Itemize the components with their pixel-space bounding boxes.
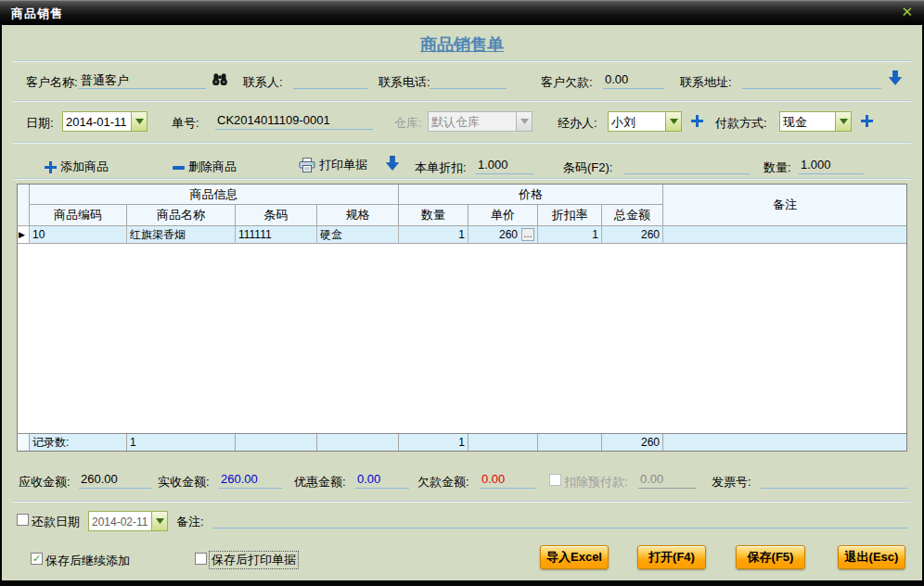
- close-icon[interactable]: ✕: [901, 4, 913, 20]
- footer-record-count: 1: [127, 434, 236, 451]
- barcode-field[interactable]: [624, 158, 750, 174]
- save-print-label: 保存后打印单据: [209, 551, 299, 569]
- footer-amount-total: 260: [602, 434, 663, 451]
- print-receipt-button[interactable]: 打印单据: [299, 157, 367, 173]
- invoice-number-field[interactable]: [761, 472, 907, 489]
- address-label: 联系地址:: [680, 74, 732, 91]
- separator: [13, 60, 911, 62]
- payment-method-label: 付款方式:: [715, 115, 767, 132]
- print-options-down-arrow-icon[interactable]: [386, 156, 399, 171]
- window-title: 商品销售: [11, 6, 63, 22]
- footer-empty-cell: [538, 434, 602, 451]
- column-header-qty[interactable]: 数量: [399, 205, 468, 226]
- received-label: 实收金额:: [158, 474, 210, 490]
- barcode-label: 条码(F2):: [563, 159, 612, 176]
- chevron-down-icon[interactable]: [131, 112, 147, 131]
- add-product-label: 添加商品: [60, 159, 109, 175]
- separator: [13, 178, 911, 180]
- contact-field[interactable]: [293, 72, 367, 89]
- phone-field[interactable]: [430, 72, 507, 89]
- column-header-spec[interactable]: 规格: [317, 205, 399, 226]
- expand-down-arrow-icon[interactable]: [889, 70, 902, 85]
- cell-barcode[interactable]: 111111: [236, 226, 317, 244]
- cell-code[interactable]: 10: [30, 226, 127, 244]
- column-header-name[interactable]: 商品名称: [127, 205, 236, 226]
- column-header-price[interactable]: 单价: [468, 205, 538, 226]
- invoice-number-label: 发票号:: [712, 474, 751, 490]
- remark-label: 备注:: [176, 514, 204, 530]
- cell-spec[interactable]: 硬盒: [317, 226, 399, 244]
- price-ellipsis-button[interactable]: …: [521, 228, 534, 241]
- cell-qty[interactable]: 1: [399, 226, 468, 244]
- column-header-barcode[interactable]: 条码: [236, 205, 317, 226]
- import-excel-button[interactable]: 导入Excel: [540, 545, 609, 569]
- add-product-button[interactable]: 添加商品: [45, 159, 109, 175]
- column-header-discount[interactable]: 折扣率: [538, 205, 602, 226]
- open-button[interactable]: 打开(F4): [637, 545, 706, 569]
- exit-button[interactable]: 退出(Esc): [838, 545, 905, 569]
- repayment-date-combobox[interactable]: 2014-02-11: [88, 511, 168, 531]
- separator: [13, 142, 911, 144]
- printer-icon: [299, 158, 315, 172]
- order-discount-field[interactable]: 1.000: [476, 158, 533, 174]
- table-empty-area: [18, 244, 906, 433]
- deduct-prepaid-field: 0.00: [638, 472, 696, 489]
- cell-name[interactable]: 红旗渠香烟: [127, 226, 236, 244]
- date-combobox[interactable]: 2014-01-11: [62, 111, 148, 132]
- add-payment-plus-icon[interactable]: [861, 115, 873, 127]
- footer-empty-cell: [468, 434, 538, 451]
- cell-amount[interactable]: 260: [602, 226, 663, 244]
- address-field[interactable]: [742, 72, 881, 89]
- chevron-down-icon[interactable]: [151, 512, 167, 530]
- footer-empty-cell: [663, 434, 906, 451]
- repayment-date-value: 2014-02-11: [89, 512, 151, 530]
- payment-combobox[interactable]: 现金: [779, 111, 852, 132]
- save-print-checkbox[interactable]: [195, 553, 207, 565]
- cell-remark[interactable]: [663, 226, 906, 244]
- arrears-label: 欠款金额:: [417, 474, 469, 490]
- row-indicator: ▶: [18, 226, 30, 244]
- discount-amount-label: 优惠金额:: [294, 474, 346, 490]
- check-icon: ✓: [32, 553, 41, 564]
- order-number-label: 单号:: [172, 115, 199, 132]
- product-table: 商品信息 价格 备注 商品编码 商品名称 条码 规格 数量 单价 折扣率 总金额…: [17, 184, 907, 452]
- price-value: 260: [499, 228, 518, 241]
- table-header: 商品信息 价格 备注 商品编码 商品名称 条码 规格 数量 单价 折扣率 总金额: [18, 185, 906, 226]
- repayment-date-checkbox[interactable]: [17, 514, 29, 526]
- order-number-field[interactable]: CK2014011109-0001: [215, 113, 373, 130]
- handler-combobox[interactable]: 小刘: [608, 111, 682, 132]
- plus-icon: [45, 161, 57, 173]
- table-row[interactable]: ▶ 10 红旗渠香烟 111111 硬盒 1 260 … 1 260: [18, 226, 906, 244]
- chevron-down-icon: [516, 112, 532, 131]
- table-footer: 记录数: 1 1 260: [18, 433, 906, 451]
- group-header-product-info: 商品信息: [30, 185, 399, 205]
- footer-qty-total: 1: [399, 434, 468, 451]
- binoculars-search-icon[interactable]: [212, 72, 228, 86]
- date-label: 日期:: [26, 115, 54, 132]
- customer-debt-field: 0.00: [603, 72, 664, 89]
- add-handler-plus-icon[interactable]: [691, 115, 703, 127]
- save-button[interactable]: 保存(F5): [736, 545, 805, 569]
- page-title: 商品销售单: [0, 33, 924, 56]
- quantity-field[interactable]: 1.000: [799, 158, 864, 174]
- sales-window: 商品销售 ✕ 商品销售单 客户名称: 普通客户 联系人: 联系电话: 客户欠款:…: [0, 0, 924, 586]
- chevron-down-icon[interactable]: [665, 112, 681, 131]
- save-continue-checkbox[interactable]: ✓: [31, 553, 43, 565]
- column-header-amount[interactable]: 总金额: [602, 205, 663, 226]
- remark-field[interactable]: [213, 512, 907, 529]
- header-gutter-cell: [18, 185, 30, 226]
- chevron-down-icon[interactable]: [835, 112, 851, 131]
- footer-empty-cell: [236, 434, 317, 451]
- warehouse-label: 仓库:: [394, 115, 422, 132]
- deduct-prepaid-label: 扣除预付款:: [564, 474, 628, 490]
- order-discount-label: 本单折扣:: [415, 159, 467, 176]
- cell-price[interactable]: 260 …: [468, 226, 538, 244]
- discount-amount-field[interactable]: 0.00: [355, 472, 409, 489]
- warehouse-combobox: 默认仓库: [428, 111, 533, 132]
- delete-product-label: 删除商品: [188, 159, 237, 175]
- customer-name-field[interactable]: 普通客户: [79, 72, 206, 89]
- column-header-code[interactable]: 商品编码: [30, 205, 127, 226]
- delete-product-button[interactable]: 删除商品: [173, 159, 237, 175]
- received-field[interactable]: 260.00: [219, 472, 282, 489]
- cell-discount-rate[interactable]: 1: [538, 226, 602, 244]
